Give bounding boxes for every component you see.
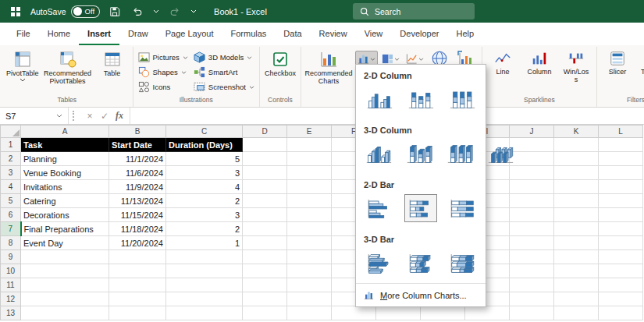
- cell-J8[interactable]: [510, 236, 554, 250]
- cell-A9[interactable]: [21, 250, 109, 264]
- cell-F13[interactable]: [332, 306, 376, 320]
- cell-C13[interactable]: [166, 306, 243, 320]
- cell-D12[interactable]: [243, 292, 287, 306]
- tab-view[interactable]: View: [356, 23, 392, 45]
- cell-C6[interactable]: 3: [166, 208, 243, 222]
- chart-type-clustered-column-option[interactable]: [363, 85, 395, 113]
- cell-L13[interactable]: [599, 306, 643, 320]
- chart-type-stacked-bar-option[interactable]: [404, 194, 436, 222]
- column-header-L[interactable]: L: [599, 126, 643, 138]
- chart-type-3d-clustered-column-option[interactable]: [363, 140, 394, 168]
- cell-L11[interactable]: [599, 278, 643, 292]
- cell-A5[interactable]: Catering: [21, 194, 109, 208]
- cell-D4[interactable]: [243, 180, 287, 194]
- cell-C1[interactable]: Duration (Days): [166, 138, 243, 152]
- cell-D2[interactable]: [243, 152, 287, 166]
- cell-B10[interactable]: [109, 264, 166, 278]
- tab-formulas[interactable]: Formulas: [222, 23, 276, 45]
- row-header-6[interactable]: 6: [1, 208, 21, 222]
- cell-B7[interactable]: 11/18/2024: [109, 222, 166, 236]
- cell-E13[interactable]: [287, 306, 332, 320]
- cell-D3[interactable]: [243, 166, 287, 180]
- row-header-7[interactable]: 7: [1, 222, 21, 236]
- cell-C7[interactable]: 2: [166, 222, 243, 236]
- sparkline-winloss-button[interactable]: Win/Loss: [558, 48, 594, 95]
- cell-K6[interactable]: [554, 208, 599, 222]
- cell-E11[interactable]: [287, 278, 332, 292]
- cell-D13[interactable]: [243, 306, 287, 320]
- cell-L10[interactable]: [599, 264, 643, 278]
- undo-button[interactable]: [130, 4, 145, 19]
- cell-L8[interactable]: [599, 236, 643, 250]
- app-launcher-icon[interactable]: [8, 4, 23, 19]
- cell-A3[interactable]: Venue Booking: [21, 166, 109, 180]
- cell-A7[interactable]: Final Preparations: [21, 222, 109, 236]
- cell-J1[interactable]: [510, 138, 554, 152]
- insert-function-button[interactable]: fx: [112, 109, 126, 123]
- column-header-B[interactable]: B: [109, 126, 166, 138]
- sparkline-line-button[interactable]: Line: [485, 48, 521, 95]
- cell-D9[interactable]: [243, 250, 287, 264]
- cell-J2[interactable]: [510, 152, 554, 166]
- cell-L2[interactable]: [599, 152, 643, 166]
- cell-K8[interactable]: [554, 236, 599, 250]
- cell-D6[interactable]: [243, 208, 287, 222]
- slicer-button[interactable]: Slicer: [600, 48, 635, 95]
- chart-type-3d-stacked-100-column-option[interactable]: [444, 140, 475, 168]
- cell-K9[interactable]: [554, 250, 599, 264]
- cell-I13[interactable]: [465, 306, 510, 320]
- cell-D8[interactable]: [243, 236, 287, 250]
- cell-J3[interactable]: [510, 166, 554, 180]
- cell-C12[interactable]: [166, 292, 243, 306]
- chart-type-stacked-100-column-option[interactable]: [447, 85, 479, 113]
- cell-B8[interactable]: 11/20/2024: [109, 236, 166, 250]
- more-column-charts-item[interactable]: More Column Charts...: [356, 283, 486, 306]
- cell-E5[interactable]: [287, 194, 332, 208]
- cell-C10[interactable]: [166, 264, 243, 278]
- checkbox-button[interactable]: Checkbox: [262, 48, 298, 95]
- sparkline-column-button[interactable]: Column: [521, 48, 557, 95]
- row-header-5[interactable]: 5: [1, 194, 21, 208]
- cell-J12[interactable]: [510, 292, 554, 306]
- cell-B5[interactable]: 11/13/2024: [109, 194, 166, 208]
- cell-A10[interactable]: [21, 264, 109, 278]
- chart-type-stacked-100-bar-option[interactable]: [447, 194, 479, 222]
- tab-file[interactable]: File: [8, 23, 39, 45]
- chart-type-stacked-column-option[interactable]: [404, 85, 436, 113]
- cell-E7[interactable]: [287, 222, 332, 236]
- table-button[interactable]: Table: [94, 48, 130, 95]
- undo-dropdown-chevron-icon[interactable]: [152, 4, 160, 19]
- cell-D11[interactable]: [243, 278, 287, 292]
- cell-B13[interactable]: [109, 306, 166, 320]
- cell-B12[interactable]: [109, 292, 166, 306]
- cell-L6[interactable]: [599, 208, 643, 222]
- quick-access-chevron-icon[interactable]: [190, 4, 197, 19]
- cell-E3[interactable]: [287, 166, 332, 180]
- cell-L7[interactable]: [599, 222, 643, 236]
- cell-L4[interactable]: [599, 180, 643, 194]
- cell-J11[interactable]: [510, 278, 554, 292]
- pivottable-button[interactable]: PivotTable: [4, 48, 41, 95]
- cell-K13[interactable]: [554, 306, 599, 320]
- cell-E8[interactable]: [287, 236, 332, 250]
- row-header-3[interactable]: 3: [1, 166, 21, 180]
- cell-A11[interactable]: [21, 278, 109, 292]
- cell-A12[interactable]: [21, 292, 109, 306]
- cell-H13[interactable]: [421, 306, 465, 320]
- shapes-button[interactable]: Shapes: [136, 65, 190, 80]
- cell-G13[interactable]: [376, 306, 421, 320]
- column-header-D[interactable]: D: [243, 126, 287, 138]
- cell-A13[interactable]: [21, 306, 109, 320]
- icons-button[interactable]: Icons: [136, 80, 190, 94]
- cell-E10[interactable]: [287, 264, 332, 278]
- autosave-control[interactable]: AutoSave Off: [30, 5, 100, 18]
- name-box[interactable]: S7: [0, 108, 69, 124]
- chart-type-3d-stacked-100-bar-option[interactable]: [447, 249, 479, 277]
- cell-J5[interactable]: [510, 194, 554, 208]
- row-header-8[interactable]: 8: [1, 236, 21, 250]
- cell-J9[interactable]: [510, 250, 554, 264]
- cell-A4[interactable]: Invitations: [21, 180, 109, 194]
- cell-E6[interactable]: [287, 208, 332, 222]
- chart-type-3d-column-option[interactable]: [485, 140, 516, 168]
- cell-D7[interactable]: [243, 222, 287, 236]
